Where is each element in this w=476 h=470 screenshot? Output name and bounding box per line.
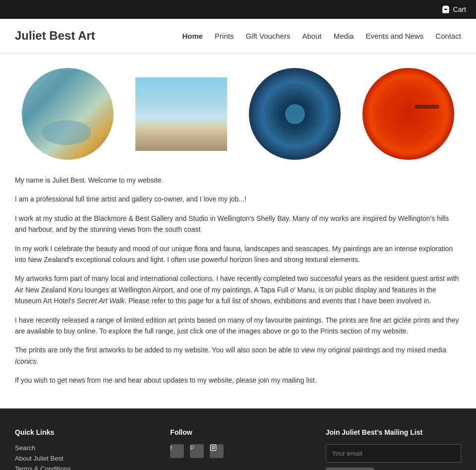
nav-prints[interactable]: Prints	[215, 32, 234, 40]
cart-label: Cart	[453, 5, 466, 13]
paragraph-7: The prints are only the first artworks t…	[15, 344, 461, 367]
svg-point-2	[215, 446, 215, 447]
svg-rect-0	[210, 445, 216, 451]
mailing-title: Join Juliet Best's Mailing List	[326, 428, 461, 436]
nav-contact[interactable]: Contact	[435, 32, 461, 40]
painting-3	[249, 68, 341, 160]
nav-gift-vouchers[interactable]: Gift Vouchers	[245, 32, 290, 40]
nav-media[interactable]: Media	[334, 32, 354, 40]
cart-button[interactable]: Cart	[441, 5, 466, 14]
paragraph-3: I work at my studio at the Blackmore & B…	[15, 213, 461, 235]
paragraph-8: If you wish to get news from me and hear…	[15, 375, 461, 386]
cart-icon	[441, 5, 450, 14]
footer-quick-links: Quick Links Search About Juliet Best Ter…	[15, 428, 150, 470]
top-bar: Cart	[0, 0, 476, 19]
secret-art-walk-link[interactable]: Secret Art Walk	[77, 297, 124, 305]
site-title[interactable]: Juliet Best Art	[15, 29, 95, 43]
pinterest-icon[interactable]: P	[190, 444, 204, 458]
gallery-item-4[interactable]	[356, 68, 461, 160]
instagram-icon[interactable]	[210, 444, 224, 458]
paragraph-6: I have recently released a range of limi…	[15, 315, 461, 337]
paragraph-4: In my work I celebrate the beauty and mo…	[15, 243, 461, 266]
painting-4	[362, 68, 454, 160]
painting-2	[135, 77, 227, 151]
follow-title: Follow	[170, 428, 305, 436]
paragraph-1: My name is Juliet Best. Welcome to my we…	[15, 175, 461, 186]
footer-link-about[interactable]: About Juliet Best	[15, 455, 150, 462]
site-footer: Quick Links Search About Juliet Best Ter…	[0, 408, 476, 470]
paragraph-2: I am a professional full time artist and…	[15, 194, 461, 204]
paragraph-5: My artworks form part of many local and …	[15, 273, 461, 306]
gallery	[15, 68, 461, 160]
footer-mailing: Join Juliet Best's Mailing List Subscrib…	[326, 428, 461, 470]
email-input[interactable]	[326, 444, 461, 463]
social-icons: f P	[170, 444, 305, 461]
main-nav: Home Prints Gift Vouchers About Media Ev…	[182, 32, 461, 40]
nav-home[interactable]: Home	[182, 32, 203, 40]
footer-follow: Follow f P	[170, 428, 305, 470]
footer-link-search[interactable]: Search	[15, 444, 150, 452]
site-header: Juliet Best Art Home Prints Gift Voucher…	[0, 19, 476, 53]
main-content: My name is Juliet Best. Welcome to my we…	[0, 53, 476, 408]
footer-grid: Quick Links Search About Juliet Best Ter…	[15, 428, 461, 470]
iconics-link[interactable]: Iconics	[15, 357, 37, 365]
footer-link-terms[interactable]: Terms & Conditions	[15, 465, 150, 470]
quick-links-title: Quick Links	[15, 428, 150, 436]
subscribe-button[interactable]: Subscribe	[326, 468, 374, 470]
nav-about[interactable]: About	[302, 32, 322, 40]
nav-events-and-news[interactable]: Events and News	[366, 32, 424, 40]
content-text: My name is Juliet Best. Welcome to my we…	[15, 175, 461, 386]
facebook-icon[interactable]: f	[170, 444, 184, 458]
svg-point-1	[212, 447, 215, 449]
gallery-item-1[interactable]	[15, 68, 120, 160]
gallery-item-2[interactable]	[128, 77, 234, 151]
gallery-item-3[interactable]	[242, 68, 348, 160]
painting-1	[22, 68, 114, 160]
